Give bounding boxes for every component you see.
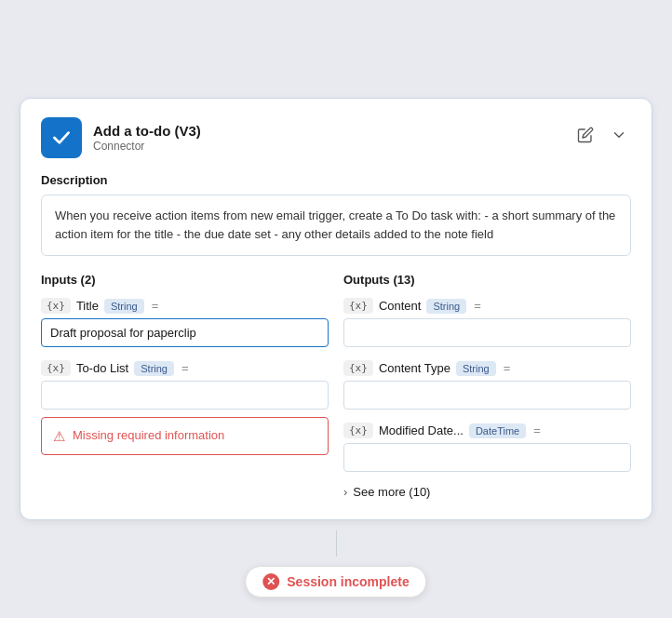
- output-modifieddate-eq: =: [533, 423, 541, 437]
- output-content-field[interactable]: [343, 318, 631, 347]
- input-title-eq: =: [152, 299, 159, 313]
- edit-button[interactable]: [573, 123, 598, 152]
- output-contenttype-var-badge: {x}: [343, 360, 373, 376]
- output-content-type-badge: String: [426, 299, 466, 314]
- see-more-button[interactable]: › See more (10): [343, 485, 631, 499]
- session-error-icon: ✕: [262, 573, 279, 590]
- session-badge: ✕ Session incomplete: [245, 566, 426, 598]
- description-label: Description: [41, 173, 631, 187]
- error-message: Missing required information: [73, 427, 224, 444]
- inputs-title: Inputs (2): [41, 273, 329, 287]
- header-text: Add a to-do (V3) Connector: [93, 123, 573, 153]
- inputs-column: Inputs (2) {x} Title String = {x} To-: [41, 273, 329, 499]
- header-subtitle: Connector: [93, 140, 573, 153]
- input-todolist-type-badge: String: [134, 361, 174, 376]
- session-x-icon: ✕: [266, 575, 276, 588]
- input-item-title: {x} Title String =: [41, 298, 329, 347]
- app-icon: [41, 117, 82, 158]
- see-more-arrow-icon: ›: [343, 485, 347, 499]
- input-error-container: ⚠ Missing required information: [41, 417, 329, 455]
- output-content-header: {x} Content String =: [343, 298, 631, 314]
- output-contenttype-field[interactable]: [343, 381, 631, 410]
- output-modifieddate-var-badge: {x}: [343, 423, 373, 438]
- output-contenttype-header: {x} Content Type String =: [343, 360, 631, 376]
- description-box: When you receive action items from new e…: [41, 195, 631, 256]
- input-todolist-eq: =: [181, 361, 189, 375]
- main-card: Add a to-do (V3) Connector: [20, 98, 652, 520]
- input-title-field[interactable]: [41, 318, 329, 347]
- divider-line: [336, 531, 337, 557]
- io-row: Inputs (2) {x} Title String = {x} To-: [41, 273, 631, 499]
- output-content-var-badge: {x}: [343, 298, 373, 314]
- output-modifieddate-label: Modified Date...: [379, 423, 464, 437]
- header-actions: [573, 123, 631, 152]
- page-wrapper: Add a to-do (V3) Connector: [0, 0, 672, 618]
- edit-icon: [577, 127, 594, 148]
- output-item-content: {x} Content String =: [343, 298, 631, 347]
- output-contenttype-type-badge: String: [456, 361, 496, 376]
- output-modifieddate-header: {x} Modified Date... DateTime =: [343, 423, 631, 438]
- output-contenttype-label: Content Type: [379, 361, 450, 375]
- session-text: Session incomplete: [287, 574, 409, 589]
- output-content-eq: =: [474, 299, 481, 313]
- error-triangle-icon: ⚠: [53, 428, 65, 445]
- output-modifieddate-type-badge: DateTime: [469, 423, 526, 438]
- output-modifieddate-field[interactable]: [343, 443, 631, 472]
- outputs-column: Outputs (13) {x} Content String = {x}: [343, 273, 631, 499]
- input-todolist-header: {x} To-do List String =: [41, 360, 329, 376]
- input-todolist-label: To-do List: [76, 361, 128, 375]
- collapse-icon: [611, 127, 627, 148]
- input-title-var-badge: {x}: [41, 298, 71, 314]
- output-item-modifieddate: {x} Modified Date... DateTime =: [343, 423, 631, 472]
- input-title-type-badge: String: [104, 299, 144, 314]
- output-content-label: Content: [379, 299, 422, 313]
- input-item-todolist: {x} To-do List String = ⚠ Missing requir…: [41, 360, 329, 455]
- header-title: Add a to-do (V3): [93, 123, 573, 139]
- input-title-header: {x} Title String =: [41, 298, 329, 314]
- input-title-label: Title: [76, 299, 99, 313]
- input-todolist-field[interactable]: [41, 381, 329, 410]
- collapse-button[interactable]: [607, 123, 631, 152]
- input-todolist-var-badge: {x}: [41, 360, 71, 376]
- see-more-label: See more (10): [353, 485, 430, 499]
- missing-info-error: ⚠ Missing required information: [41, 417, 329, 455]
- output-contenttype-eq: =: [504, 361, 511, 375]
- card-header: Add a to-do (V3) Connector: [41, 117, 631, 158]
- outputs-title: Outputs (13): [343, 273, 631, 287]
- output-item-contenttype: {x} Content Type String =: [343, 360, 631, 410]
